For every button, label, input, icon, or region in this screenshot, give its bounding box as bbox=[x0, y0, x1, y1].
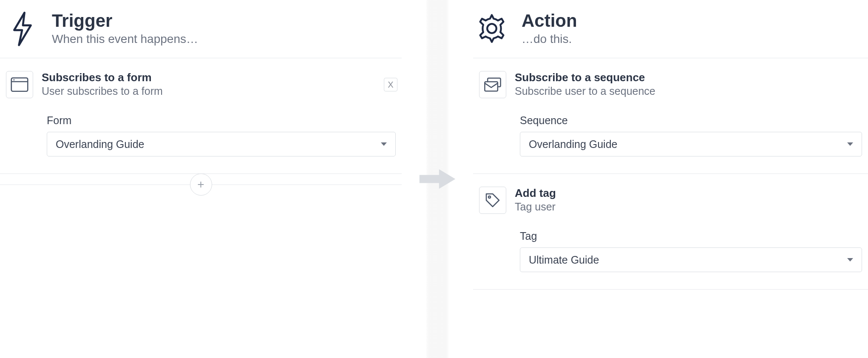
remove-trigger-button[interactable]: X bbox=[384, 78, 397, 91]
action-card-sequence: Subscribe to a sequence Subscribe user t… bbox=[473, 58, 868, 174]
action-card-sequence-text: Subscribe to a sequence Subscribe user t… bbox=[515, 71, 655, 97]
action-card-sequence-subtitle: Subscribe user to a sequence bbox=[515, 85, 655, 97]
trigger-form-label: Form bbox=[47, 114, 396, 127]
trigger-card-text: Subscribes to a form User subscribes to … bbox=[42, 71, 163, 97]
trigger-panel: Trigger When this event happens… Subscri… bbox=[0, 0, 402, 358]
trigger-form-value: Overlanding Guide bbox=[56, 138, 144, 151]
action-header: Action …do this. bbox=[473, 0, 868, 58]
svg-point-6 bbox=[488, 196, 491, 198]
envelope-stack-icon bbox=[479, 71, 506, 98]
svg-point-3 bbox=[487, 24, 496, 33]
action-title: Action bbox=[522, 11, 577, 31]
action-card-tag-subtitle: Tag user bbox=[515, 201, 556, 213]
action-card-sequence-title: Subscribe to a sequence bbox=[515, 71, 655, 84]
flow-connector bbox=[402, 0, 473, 358]
action-sequence-select[interactable]: Overlanding Guide bbox=[520, 132, 862, 156]
action-sequence-value: Overlanding Guide bbox=[529, 138, 617, 151]
trigger-form-select[interactable]: Overlanding Guide bbox=[47, 132, 396, 156]
trigger-header-text: Trigger When this event happens… bbox=[52, 11, 198, 46]
trigger-card-head: Subscribes to a form User subscribes to … bbox=[6, 71, 402, 98]
action-tag-select[interactable]: Ultimate Guide bbox=[520, 247, 862, 272]
action-card-tag: Add tag Tag user Tag Ultimate Guide bbox=[473, 174, 868, 290]
action-sequence-field: Sequence Overlanding Guide bbox=[520, 114, 868, 156]
add-trigger-button[interactable]: + bbox=[190, 173, 212, 196]
trigger-title: Trigger bbox=[52, 11, 198, 31]
plus-icon: + bbox=[197, 179, 204, 190]
action-card-tag-text: Add tag Tag user bbox=[515, 187, 556, 213]
action-subtitle: …do this. bbox=[522, 32, 577, 46]
action-sequence-label: Sequence bbox=[520, 114, 862, 127]
action-header-text: Action …do this. bbox=[522, 11, 577, 46]
action-tag-label: Tag bbox=[520, 230, 862, 242]
chevron-down-icon bbox=[381, 142, 387, 146]
form-icon bbox=[6, 71, 33, 98]
trigger-header: Trigger When this event happens… bbox=[0, 0, 402, 58]
action-card-tag-title: Add tag bbox=[515, 187, 556, 200]
arrow-right-icon bbox=[417, 167, 458, 191]
action-tag-field: Tag Ultimate Guide bbox=[520, 230, 868, 272]
svg-point-2 bbox=[14, 80, 14, 80]
add-trigger-row: + bbox=[0, 173, 402, 196]
action-card-sequence-head: Subscribe to a sequence Subscribe user t… bbox=[479, 71, 868, 98]
action-tag-value: Ultimate Guide bbox=[529, 254, 599, 266]
trigger-subtitle: When this event happens… bbox=[52, 32, 198, 46]
close-icon: X bbox=[388, 80, 393, 90]
chevron-down-icon bbox=[847, 142, 853, 146]
action-panel: Action …do this. Subscribe to a sequence… bbox=[473, 0, 868, 358]
chevron-down-icon bbox=[847, 258, 853, 261]
svg-rect-5 bbox=[485, 82, 497, 91]
tag-icon bbox=[479, 187, 506, 214]
trigger-form-field: Form Overlanding Guide bbox=[47, 114, 402, 156]
trigger-card-title: Subscribes to a form bbox=[42, 71, 163, 84]
automation-builder: Trigger When this event happens… Subscri… bbox=[0, 0, 868, 358]
action-card-tag-head: Add tag Tag user bbox=[479, 187, 868, 214]
trigger-card-subtitle: User subscribes to a form bbox=[42, 85, 163, 97]
gear-icon bbox=[477, 11, 507, 47]
trigger-card: Subscribes to a form User subscribes to … bbox=[0, 58, 402, 174]
lightning-icon bbox=[7, 11, 37, 47]
